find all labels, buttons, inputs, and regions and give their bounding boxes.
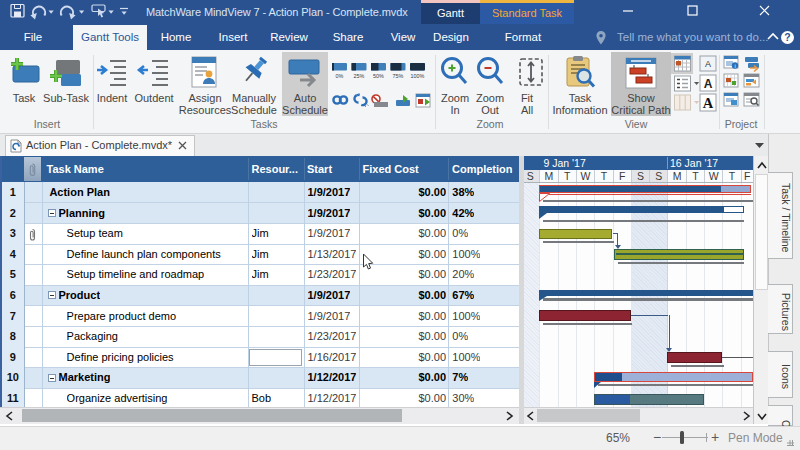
svg-text:A: A	[704, 77, 713, 91]
svg-text:A: A	[703, 95, 714, 111]
svg-text:i: i	[734, 63, 735, 69]
svg-text:75%: 75%	[393, 73, 404, 79]
svg-text:A: A	[705, 59, 711, 69]
svg-text:25%: 25%	[354, 73, 365, 79]
svg-text:0%: 0%	[336, 73, 344, 79]
svg-text:50%: 50%	[373, 73, 384, 79]
svg-text:100%: 100%	[411, 73, 425, 79]
